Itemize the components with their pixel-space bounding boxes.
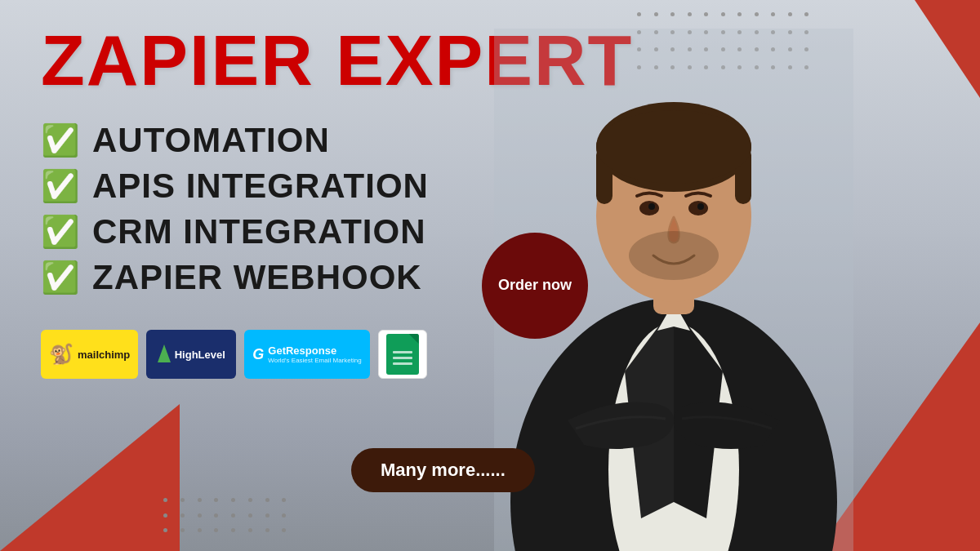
highlevel-arrow-icon (158, 344, 171, 365)
svg-point-16 (629, 231, 719, 280)
svg-point-15 (697, 203, 704, 210)
many-more-button[interactable]: Many more...... (351, 448, 535, 492)
sheets-line (393, 351, 412, 353)
highlevel-logo: HighLevel (146, 330, 236, 379)
checklist-label-apis: APIs INTEGRATION (92, 167, 429, 206)
sheets-icon (386, 334, 419, 375)
getresponse-label: GetResponse (268, 344, 361, 357)
checklist-label-crm: CRM INTEGRATION (92, 212, 426, 251)
checkmark-icon: ✅ (41, 125, 79, 156)
getresponse-tagline: World's Easiest Email Marketing (268, 357, 361, 364)
order-now-button[interactable]: Order now (482, 233, 588, 339)
highlevel-label: HighLevel (175, 349, 225, 361)
svg-point-11 (596, 110, 751, 184)
sheets-lines (393, 351, 412, 365)
sheets-line (393, 362, 412, 365)
sheets-line (393, 357, 412, 359)
svg-point-14 (648, 203, 655, 210)
checkmark-icon: ✅ (41, 216, 79, 247)
many-more-label: Many more...... (381, 460, 506, 480)
getresponse-logo: G GetResponse World's Easiest Email Mark… (244, 330, 369, 379)
getresponse-icon: G (252, 346, 264, 363)
getresponse-text: GetResponse World's Easiest Email Market… (268, 344, 361, 364)
checklist-label-automation: AUTOMATION (92, 121, 330, 160)
checklist-label-webhook: ZAPIER WEBHOOK (92, 258, 422, 297)
svg-marker-17 (158, 344, 171, 362)
checkmark-icon: ✅ (41, 262, 79, 293)
mailchimp-logo: 🐒 mailchimp (41, 330, 138, 379)
google-sheets-logo (378, 330, 427, 379)
mailchimp-label: mailchimp (78, 349, 130, 361)
order-now-label: Order now (498, 276, 572, 295)
checkmark-icon: ✅ (41, 171, 79, 202)
mailchimp-icon: 🐒 (49, 343, 74, 366)
